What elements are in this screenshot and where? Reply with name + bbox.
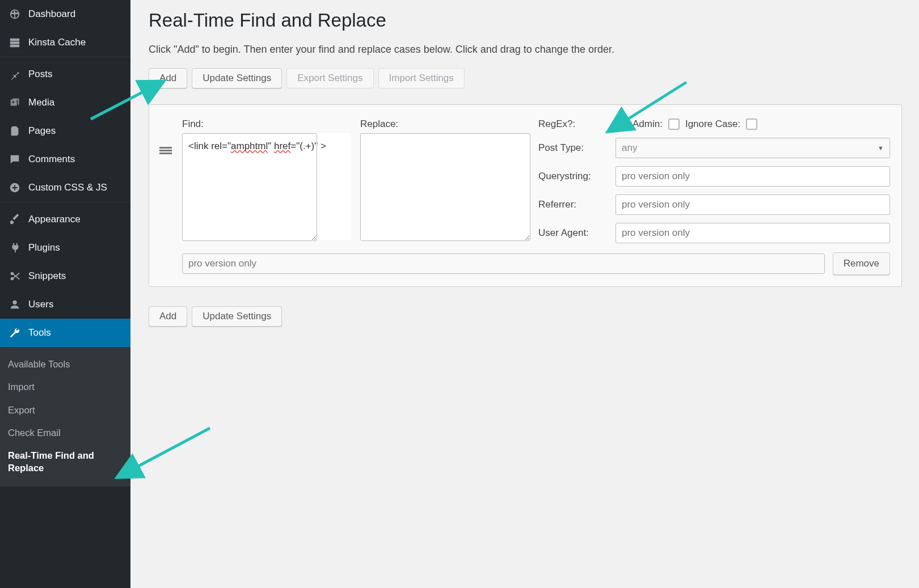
sidebar-item-label: Media [28, 97, 54, 108]
sidebar-item-plugins[interactable]: Plugins [0, 234, 130, 262]
rule-row: Find: <link rel="amphtml" href="(.+)" > … [157, 119, 890, 243]
useragent-input[interactable] [616, 223, 890, 243]
brush-icon [8, 213, 22, 226]
top-button-row: Add Update Settings Export Settings Impo… [149, 68, 902, 88]
sidebar-item-snippets[interactable]: Snippets [0, 262, 130, 290]
querystring-input[interactable] [616, 166, 890, 187]
replace-label: Replace: [360, 119, 530, 130]
svg-rect-1 [10, 41, 20, 44]
svg-rect-2 [10, 45, 20, 48]
sidebar-item-comments[interactable]: Comments [0, 145, 130, 174]
ignore-case-checkbox[interactable] [746, 119, 757, 130]
useragent-label: User Agent: [538, 227, 612, 239]
admin-sidebar: Dashboard Kinsta Cache Posts Media Pages… [0, 0, 130, 588]
referrer-label: Referrer: [538, 199, 612, 210]
sidebar-item-label: Dashboard [28, 9, 75, 20]
pages-icon [8, 124, 22, 138]
find-column: Find: <link rel="amphtml" href="(.+)" > [182, 119, 352, 243]
scissors-icon [8, 269, 22, 283]
update-settings-button-bottom[interactable]: Update Settings [192, 306, 282, 327]
submenu-available-tools[interactable]: Available Tools [0, 353, 130, 375]
sidebar-item-posts[interactable]: Posts [0, 60, 130, 88]
admin-checkbox[interactable] [668, 119, 680, 130]
sidebar-item-label: Kinsta Cache [28, 37, 86, 48]
sidebar-item-label: Comments [28, 154, 75, 165]
main-content: Real-Time Find and Replace Click "Add" t… [130, 0, 919, 588]
replace-input[interactable] [360, 133, 530, 241]
sidebar-item-label: Tools [28, 327, 51, 339]
sidebar-item-label: Pages [28, 125, 56, 137]
referrer-input[interactable] [616, 194, 890, 215]
sidebar-item-tools[interactable]: Tools [0, 319, 130, 347]
media-icon [8, 96, 22, 109]
ignore-case-label: Ignore Case: [685, 119, 740, 130]
regex-label: RegEx?: [538, 119, 612, 130]
page-title: Real-Time Find and Replace [149, 10, 902, 31]
checks-row: Admin: Ignore Case: [616, 119, 890, 130]
update-settings-button[interactable]: Update Settings [192, 68, 282, 88]
drag-handle[interactable] [157, 119, 174, 155]
plus-circle-icon [8, 181, 22, 194]
querystring-label: Querystring: [538, 171, 612, 182]
admin-label: Admin: [633, 119, 663, 130]
sidebar-item-media[interactable]: Media [0, 88, 130, 117]
sidebar-item-dashboard[interactable]: Dashboard [0, 0, 130, 28]
submenu-import[interactable]: Import [0, 375, 130, 398]
sidebar-item-kinsta-cache[interactable]: Kinsta Cache [0, 28, 130, 57]
wrench-icon [8, 326, 22, 340]
tools-submenu: Available Tools Import Export Check Emai… [0, 347, 130, 487]
post-type-label: Post Type: [538, 142, 612, 154]
find-input[interactable] [182, 133, 317, 241]
pin-icon [8, 67, 22, 81]
sidebar-item-label: Users [28, 299, 53, 310]
rule-bottom-row: Remove [157, 252, 890, 275]
sidebar-item-label: Posts [28, 69, 53, 80]
sidebar-item-users[interactable]: Users [0, 290, 130, 319]
sidebar-item-label: Snippets [28, 270, 66, 282]
grip-icon [159, 146, 172, 155]
rule-options: RegEx?: Admin: Ignore Case: Post Type: a [538, 119, 890, 243]
submenu-export[interactable]: Export [0, 399, 130, 421]
sidebar-item-custom-css-js[interactable]: Custom CSS & JS [0, 174, 130, 202]
svg-point-6 [12, 301, 16, 304]
bottom-button-row: Add Update Settings [149, 306, 902, 327]
comment-icon [8, 153, 22, 166]
intro-text: Click "Add" to begin. Then enter your fi… [149, 44, 902, 56]
add-button-bottom[interactable]: Add [149, 306, 187, 327]
post-type-select[interactable]: any [616, 138, 890, 158]
sidebar-item-label: Custom CSS & JS [28, 182, 107, 193]
submenu-check-email[interactable]: Check Email [0, 421, 130, 444]
svg-rect-0 [10, 39, 20, 41]
replace-column: Replace: [360, 119, 530, 241]
plug-icon [8, 241, 22, 255]
export-settings-button[interactable]: Export Settings [286, 68, 373, 88]
sidebar-item-label: Appearance [28, 214, 81, 225]
bottom-pro-input[interactable] [182, 253, 825, 274]
sidebar-item-label: Plugins [28, 242, 60, 253]
dashboard-icon [8, 7, 22, 21]
sidebar-item-appearance[interactable]: Appearance [0, 205, 130, 234]
remove-button[interactable]: Remove [833, 252, 890, 275]
import-settings-button[interactable]: Import Settings [378, 68, 465, 88]
rule-panel: Find: <link rel="amphtml" href="(.+)" > … [149, 104, 902, 287]
submenu-realtime-find-replace[interactable]: Real-Time Find and Replace [0, 444, 130, 480]
cache-icon [8, 36, 22, 49]
sidebar-item-pages[interactable]: Pages [0, 117, 130, 145]
add-button[interactable]: Add [149, 68, 187, 88]
user-icon [8, 298, 22, 311]
find-label: Find: [182, 119, 352, 130]
regex-checkbox[interactable] [616, 119, 627, 130]
